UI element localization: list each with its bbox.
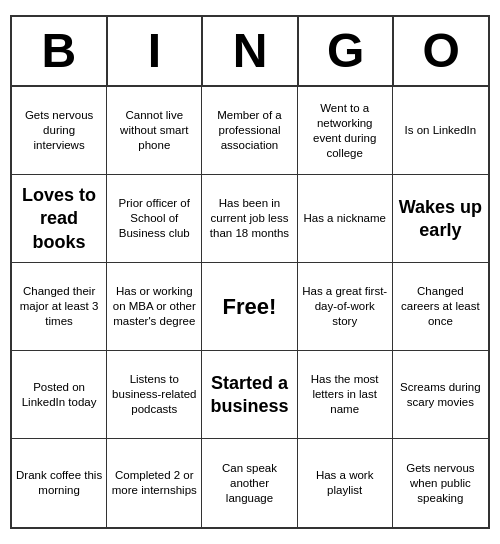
bingo-cell-4[interactable]: Is on LinkedIn bbox=[393, 87, 488, 175]
bingo-cell-8[interactable]: Has a nickname bbox=[298, 175, 393, 263]
bingo-cell-19[interactable]: Screams during scary movies bbox=[393, 351, 488, 439]
bingo-cell-17[interactable]: Started a business bbox=[202, 351, 297, 439]
bingo-cell-18[interactable]: Has the most letters in last name bbox=[298, 351, 393, 439]
bingo-cell-6[interactable]: Prior officer of School of Business club bbox=[107, 175, 202, 263]
bingo-cell-21[interactable]: Completed 2 or more internships bbox=[107, 439, 202, 527]
bingo-cell-16[interactable]: Listens to business-related podcasts bbox=[107, 351, 202, 439]
bingo-cell-7[interactable]: Has been in current job less than 18 mon… bbox=[202, 175, 297, 263]
bingo-cell-20[interactable]: Drank coffee this morning bbox=[12, 439, 107, 527]
bingo-cell-23[interactable]: Has a work playlist bbox=[298, 439, 393, 527]
bingo-cell-0[interactable]: Gets nervous during interviews bbox=[12, 87, 107, 175]
bingo-cell-2[interactable]: Member of a professional association bbox=[202, 87, 297, 175]
bingo-cell-14[interactable]: Changed careers at least once bbox=[393, 263, 488, 351]
bingo-cell-3[interactable]: Went to a networking event during colleg… bbox=[298, 87, 393, 175]
bingo-cell-9[interactable]: Wakes up early bbox=[393, 175, 488, 263]
bingo-letter-O: O bbox=[394, 17, 488, 86]
bingo-grid: Gets nervous during interviewsCannot liv… bbox=[12, 87, 488, 527]
bingo-letter-I: I bbox=[108, 17, 204, 86]
bingo-header: BINGO bbox=[12, 17, 488, 88]
bingo-letter-N: N bbox=[203, 17, 299, 86]
bingo-cell-22[interactable]: Can speak another language bbox=[202, 439, 297, 527]
bingo-cell-24[interactable]: Gets nervous when public speaking bbox=[393, 439, 488, 527]
bingo-cell-12[interactable]: Free! bbox=[202, 263, 297, 351]
bingo-cell-5[interactable]: Loves to read books bbox=[12, 175, 107, 263]
bingo-letter-B: B bbox=[12, 17, 108, 86]
bingo-cell-13[interactable]: Has a great first-day-of-work story bbox=[298, 263, 393, 351]
bingo-cell-10[interactable]: Changed their major at least 3 times bbox=[12, 263, 107, 351]
bingo-card: BINGO Gets nervous during interviewsCann… bbox=[10, 15, 490, 530]
bingo-cell-15[interactable]: Posted on LinkedIn today bbox=[12, 351, 107, 439]
bingo-cell-11[interactable]: Has or working on MBA or other master's … bbox=[107, 263, 202, 351]
bingo-letter-G: G bbox=[299, 17, 395, 86]
bingo-cell-1[interactable]: Cannot live without smart phone bbox=[107, 87, 202, 175]
